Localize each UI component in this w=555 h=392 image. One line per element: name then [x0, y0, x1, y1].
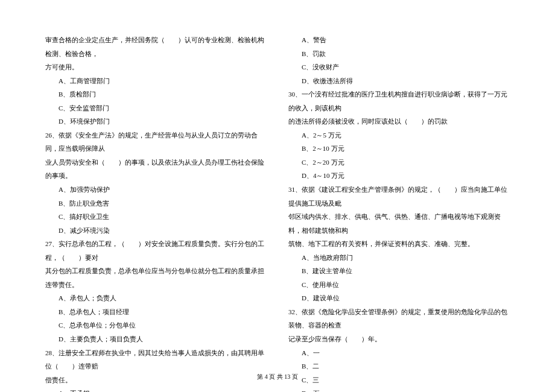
q25-stem-end: 方可使用。 — [45, 60, 267, 74]
q30-stem-1: 30、一个没有经过批准的医疗卫生机构擅自进行职业病诊断，获得了一万元的收入，则该… — [288, 87, 510, 115]
q30-stem-2: 的违法所得必须被没收，同时应该处以（ ）的罚款 — [288, 115, 510, 128]
q30-opt-d: D、4～10 万元 — [288, 169, 510, 183]
page-footer: 第 4 页 共 13 页 — [0, 373, 555, 381]
q30-opt-a: A、2～5 万元 — [288, 128, 510, 142]
q31-opt-d: D、建设单位 — [288, 291, 510, 305]
q25-stem-cont: 审查合格的企业定点生产，并经国务院（ ）认可的专业检测、检验机构检测、检验合格， — [45, 33, 267, 60]
q25-opt-c: C、安全监管部门 — [45, 101, 267, 115]
q28-stem-1: 28、注册安全工程师在执业中，因其过失给当事人造成损失的，由其聘用单位（ ）连带… — [45, 346, 267, 373]
q27-opt-a: A、承包人；负责人 — [45, 291, 267, 305]
q31-stem-3: 筑物、地下工程的有关资料，并保证资料的真实、准确、完整。 — [288, 237, 510, 251]
q31-stem-2: 邻区域内供水、排水、供电、供气、供热、通信、广播电视等地下观测资料，相邻建筑物和… — [288, 210, 510, 237]
two-column-layout: 审查合格的企业定点生产，并经国务院（ ）认可的专业检测、检验机构检测、检验合格，… — [45, 33, 510, 359]
q29-opt-c: C、没收财产 — [288, 60, 510, 74]
q26-opt-a: A、加强劳动保护 — [45, 183, 267, 197]
right-column: A、警告 B、罚款 C、没收财产 D、收缴违法所得 30、一个没有经过批准的医疗… — [288, 33, 510, 359]
q31-opt-b: B、建设主管单位 — [288, 264, 510, 278]
q25-opt-a: A、工商管理部门 — [45, 74, 267, 88]
q27-opt-d: D、主要负责人；项目负责人 — [45, 332, 267, 346]
q27-opt-c: C、总承包单位；分包单位 — [45, 318, 267, 332]
q26-stem-1: 26、依据《安全生产法》的规定，生产经营单位与从业人员订立的劳动合同，应当载明保… — [45, 128, 267, 156]
q32-stem-2: 记录至少应当保存（ ）年。 — [288, 332, 510, 346]
q25-opt-b: B、质检部门 — [45, 87, 267, 101]
q30-opt-b: B、2～10 万元 — [288, 142, 510, 156]
q25-opt-d: D、环境保护部门 — [45, 115, 267, 128]
q31-stem-1: 31、依据《建设工程安全生产管理条例》的规定，（ ）应当向施工单位提供施工现场及… — [288, 183, 510, 210]
q27-stem-2: 其分包的工程质量负责，总承包单位应当与分包单位就分包工程的质量承担连带责任。 — [45, 264, 267, 291]
q31-opt-a: A、当地政府部门 — [288, 251, 510, 265]
q32-stem-1: 32、依据《危险化学品安全管理条例》的规定，重复使用的危险化学品的包装物、容器的… — [288, 305, 510, 332]
q26-opt-d: D、减少环境污染 — [45, 224, 267, 238]
q32-opt-b: B、二 — [288, 359, 510, 373]
q31-opt-c: C、使用单位 — [288, 278, 510, 292]
q26-opt-c: C、搞好职业卫生 — [45, 210, 267, 224]
left-column: 审查合格的企业定点生产，并经国务院（ ）认可的专业检测、检验机构检测、检验合格，… — [45, 33, 267, 359]
q26-stem-2: 业人员劳动安全和（ ）的事项，以及依法为从业人员办理工伤社会保险的事项。 — [45, 156, 267, 183]
q27-stem-1: 27、实行总承包的工程，（ ）对安全设施工程质量负责。实行分包的工程，（ ）要对 — [45, 237, 267, 264]
q32-opt-d: D、五 — [288, 387, 510, 392]
q32-opt-a: A、一 — [288, 346, 510, 360]
q26-opt-b: B、防止职业危害 — [45, 197, 267, 210]
q29-opt-d: D、收缴违法所得 — [288, 74, 510, 88]
q30-opt-c: C、2～20 万元 — [288, 156, 510, 169]
q27-opt-b: B、总承包人；项目经理 — [45, 305, 267, 319]
q28-opt-a: A、不承担 — [45, 387, 267, 392]
q29-opt-a: A、警告 — [288, 33, 510, 47]
q29-opt-b: B、罚款 — [288, 47, 510, 61]
